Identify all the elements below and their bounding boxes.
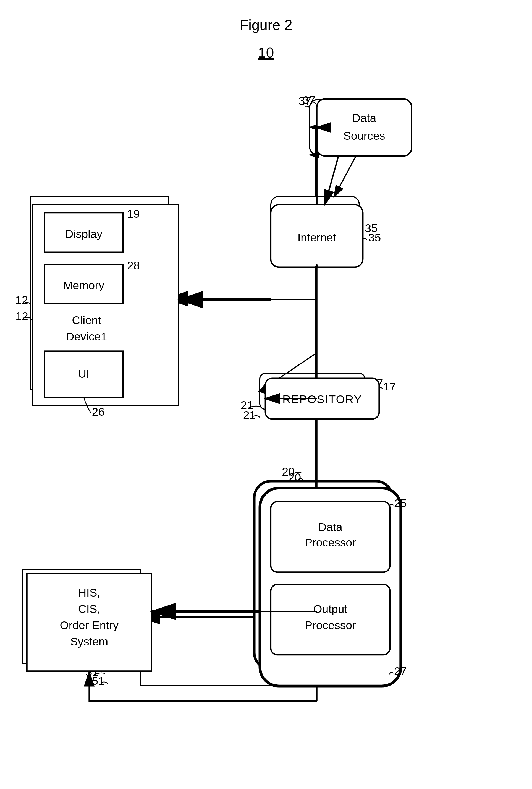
ui-text: UI (78, 368, 90, 380)
his-text: HIS, (78, 586, 100, 599)
page-title: Figure 2 (0, 17, 532, 33)
repository-text: REPOSITORY (282, 393, 362, 406)
id-25: 25 (394, 497, 407, 510)
output-processor-text-2: Processor (305, 619, 356, 632)
id-37: 37 (303, 94, 315, 107)
id-27: 27 (394, 665, 407, 678)
display-text: Display (65, 227, 102, 240)
main-diagram: Data Sources 37 Internet 35 Display 19 M… (0, 72, 532, 763)
id-21: 21 (243, 409, 256, 421)
id-26: 26 (92, 405, 105, 418)
id-28: 28 (127, 259, 140, 272)
id-20: 20 (288, 471, 301, 484)
client-device-text-2: Device1 (66, 330, 107, 343)
id-19: 19 (127, 207, 140, 220)
data-sources-text-1: Data (352, 112, 376, 125)
client-device-text-1: Client (72, 314, 101, 327)
id-35: 35 (368, 231, 381, 244)
id-17: 17 (383, 380, 396, 393)
internet-text: Internet (298, 231, 336, 244)
data-sources-box (317, 99, 412, 156)
id-51: 51 (92, 675, 105, 687)
system-text: System (70, 635, 108, 648)
data-processor-text-1: Data (318, 521, 342, 533)
id-12: 12 (16, 310, 28, 323)
diagram-id: 10 (0, 44, 532, 61)
cis-text: CIS, (78, 603, 100, 615)
data-sources-text-2: Sources (343, 129, 385, 142)
output-processor-text-1: Output (314, 603, 348, 615)
memory-text: Memory (63, 279, 104, 292)
data-processor-text-2: Processor (305, 536, 356, 549)
order-entry-text: Order Entry (60, 619, 118, 632)
arrow-ds-to-internet (325, 156, 339, 205)
